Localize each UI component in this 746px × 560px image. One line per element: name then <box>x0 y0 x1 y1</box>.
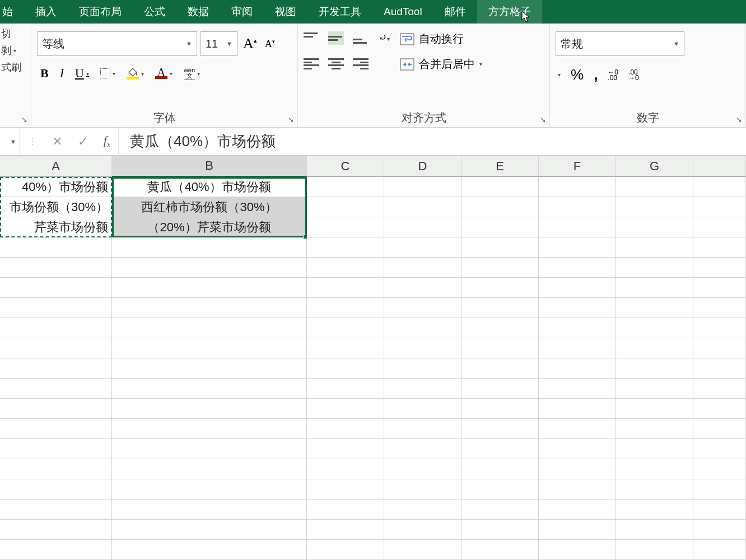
bold-button[interactable]: B <box>40 66 49 81</box>
cell-D1[interactable] <box>384 177 461 197</box>
cell-B16[interactable] <box>112 479 307 500</box>
cell-G19[interactable] <box>616 540 693 560</box>
cell-B6[interactable] <box>112 278 307 298</box>
cell-C6[interactable] <box>307 278 384 298</box>
cell-F12[interactable] <box>539 399 616 419</box>
cell-C2[interactable] <box>307 197 384 217</box>
column-header-B[interactable]: B <box>112 156 307 177</box>
cell-E6[interactable] <box>461 278 539 298</box>
cell-F19[interactable] <box>539 540 616 560</box>
cell-C1[interactable] <box>307 177 384 197</box>
increase-font-size-button[interactable]: A▴ <box>241 35 259 52</box>
align-right-button[interactable] <box>353 57 369 71</box>
cell-E18[interactable] <box>461 520 539 540</box>
percent-format-button[interactable]: % <box>571 66 584 83</box>
cell-G16[interactable] <box>616 479 693 500</box>
cell-C12[interactable] <box>307 399 384 419</box>
format-painter-button[interactable]: 式刷 <box>1 60 21 74</box>
cell-extra[interactable] <box>693 177 746 197</box>
ribbon-tab-2[interactable]: 页面布局 <box>68 0 133 24</box>
underline-button[interactable]: U▾ <box>75 66 89 81</box>
name-box[interactable]: ▼ <box>0 128 20 155</box>
cell-D11[interactable] <box>384 379 461 399</box>
cell-extra[interactable] <box>693 479 746 500</box>
cell-B9[interactable] <box>112 338 307 358</box>
cell-extra[interactable] <box>693 237 746 258</box>
insert-function-button[interactable]: fx <box>104 133 110 150</box>
cell-B11[interactable] <box>112 379 307 399</box>
cell-B3[interactable]: （20%）芹菜市场份额 <box>112 217 307 237</box>
cell-D6[interactable] <box>384 278 461 298</box>
cell-C18[interactable] <box>307 520 384 540</box>
formula-bar-content[interactable]: 黄瓜（40%）市场份额 <box>119 128 746 155</box>
cell-A12[interactable] <box>0 399 112 419</box>
cell-G4[interactable] <box>616 237 693 258</box>
cell-E15[interactable] <box>461 459 539 479</box>
cell-D2[interactable] <box>384 197 461 217</box>
ribbon-tab-10[interactable]: 方方格子 <box>477 0 542 24</box>
cell-extra[interactable] <box>693 520 746 540</box>
column-header-A[interactable]: A <box>0 156 112 177</box>
cell-F15[interactable] <box>539 459 616 479</box>
cell-B10[interactable] <box>112 358 307 379</box>
cell-E14[interactable] <box>461 439 539 459</box>
cell-E9[interactable] <box>461 338 539 358</box>
cell-E8[interactable] <box>461 318 539 338</box>
cell-E11[interactable] <box>461 379 539 399</box>
cell-D7[interactable] <box>384 298 461 318</box>
cell-A9[interactable] <box>0 338 112 358</box>
ribbon-tab-7[interactable]: 开发工具 <box>307 0 372 24</box>
font-name-selector[interactable]: 等线▼ <box>37 31 197 56</box>
cell-F16[interactable] <box>539 479 616 500</box>
cell-D4[interactable] <box>384 237 461 258</box>
wrap-text-button[interactable]: 自动换行 <box>400 31 482 46</box>
cell-D17[interactable] <box>384 500 461 520</box>
cell-E5[interactable] <box>461 258 539 278</box>
cell-F18[interactable] <box>539 520 616 540</box>
cell-B4[interactable] <box>112 237 307 258</box>
cell-B8[interactable] <box>112 318 307 338</box>
cell-D12[interactable] <box>384 399 461 419</box>
phonetic-guide-button[interactable]: wén文▾ <box>184 67 200 80</box>
cell-G1[interactable] <box>616 177 693 197</box>
cell-B14[interactable] <box>112 439 307 459</box>
cell-E19[interactable] <box>461 540 539 560</box>
cell-F14[interactable] <box>539 439 616 459</box>
cell-G2[interactable] <box>616 197 693 217</box>
align-top-button[interactable] <box>304 31 319 45</box>
cell-C11[interactable] <box>307 379 384 399</box>
increase-decimal-button[interactable]: ←0.00 <box>608 69 618 81</box>
cell-G11[interactable] <box>616 379 693 399</box>
cell-D16[interactable] <box>384 479 461 500</box>
font-dialog-launcher[interactable] <box>288 114 294 124</box>
cell-C19[interactable] <box>307 540 384 560</box>
accounting-format-button[interactable]: ▾ <box>556 72 561 78</box>
cell-D8[interactable] <box>384 318 461 338</box>
cell-extra[interactable] <box>693 278 746 298</box>
cell-C9[interactable] <box>307 338 384 358</box>
cell-extra[interactable] <box>693 318 746 338</box>
cell-A1[interactable]: 40%）市场份额 <box>0 177 112 197</box>
alignment-dialog-launcher[interactable] <box>540 114 546 124</box>
cell-extra[interactable] <box>693 379 746 399</box>
selection-fill-handle[interactable] <box>303 235 307 239</box>
cell-A3[interactable]: 芹菜市场份额 <box>0 217 112 237</box>
align-middle-button[interactable] <box>328 31 344 45</box>
number-dialog-launcher[interactable] <box>736 114 742 124</box>
cell-G10[interactable] <box>616 358 693 379</box>
cell-A10[interactable] <box>0 358 112 379</box>
merge-center-button[interactable]: 合并后居中▾ <box>400 57 482 72</box>
cell-E7[interactable] <box>461 298 539 318</box>
cell-E1[interactable] <box>461 177 539 197</box>
cell-G6[interactable] <box>616 278 693 298</box>
cell-G3[interactable] <box>616 217 693 237</box>
cell-A11[interactable] <box>0 379 112 399</box>
cell-extra[interactable] <box>693 419 746 439</box>
cell-A14[interactable] <box>0 439 112 459</box>
cell-F4[interactable] <box>539 237 616 258</box>
cell-E12[interactable] <box>461 399 539 419</box>
italic-button[interactable]: I <box>60 66 64 81</box>
cell-E4[interactable] <box>461 237 539 258</box>
cell-C8[interactable] <box>307 318 384 338</box>
border-button[interactable]: ▾ <box>100 68 115 78</box>
